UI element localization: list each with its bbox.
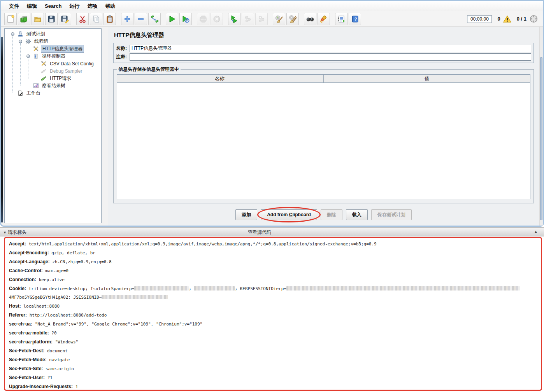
results-tree-icon: [33, 83, 39, 89]
redacted-blur: [194, 286, 235, 290]
header-name: sec-ch-ua:: [9, 321, 32, 327]
tree-item-loop-controller[interactable]: 循环控制器: [5, 52, 101, 60]
tree-connector: [12, 36, 13, 93]
header-value: ?0: [51, 331, 56, 336]
menu-item-run[interactable]: 运行: [65, 2, 83, 10]
cut-button[interactable]: [76, 13, 89, 25]
tree-item-debug-sampler[interactable]: Debug Sampler: [5, 67, 101, 75]
request-header-row: Sec-Fetch-Mode: navigate: [9, 355, 537, 364]
tree-item-http-request[interactable]: HTTP请求: [5, 75, 101, 82]
remote-stop-all-icon: [244, 15, 252, 23]
threads-state-icon: [529, 14, 538, 23]
tree-item-csv-data-set-config[interactable]: CSV Data Set Config: [5, 60, 101, 67]
column-header-value[interactable]: 值: [324, 75, 530, 82]
open-file-button[interactable]: [32, 13, 44, 25]
header-name: Connection:: [9, 277, 36, 282]
split-divider[interactable]: [102, 27, 108, 226]
header-value: same-origin: [46, 366, 74, 371]
header-value: keep-alive: [39, 277, 65, 282]
headers-group: 信息头存储在信息头管理器中 名称: 值: [113, 66, 534, 203]
start-no-pauses-button[interactable]: [179, 13, 192, 25]
search-button[interactable]: [304, 13, 316, 25]
header-name: Accept-Language:: [9, 259, 50, 264]
tree-item-view-results-tree[interactable]: 察看结果树: [5, 82, 101, 89]
warning-count: 0: [497, 16, 500, 22]
devtools-section-bar: ▼ 请求标头 查看源代码 ▲: [0, 227, 544, 236]
add-button[interactable]: 添加: [235, 209, 257, 220]
redacted-blur: [134, 286, 189, 290]
clear-all-button[interactable]: [286, 13, 299, 25]
debug-sampler-icon: [40, 68, 47, 74]
menu-item-file[interactable]: 文件: [5, 2, 23, 10]
save-as-button[interactable]: [59, 13, 71, 25]
view-source-link[interactable]: 查看源代码: [248, 229, 271, 236]
redacted-blur: [286, 286, 520, 290]
tree-item-test-plan[interactable]: 测试计划: [5, 30, 101, 38]
new-file-icon: [6, 15, 15, 23]
tree-expand-handle[interactable]: [19, 40, 22, 43]
tree-wrap: 测试计划线程组HTTP信息头管理器循环控制器CSV Data Set Confi…: [1, 27, 102, 226]
save-button[interactable]: [45, 13, 58, 25]
menu-item-edit[interactable]: 编辑: [23, 2, 41, 10]
tree-item-workbench[interactable]: 工作台: [5, 89, 101, 97]
clear-button[interactable]: [273, 13, 285, 25]
collapse-all-button[interactable]: [135, 13, 147, 25]
header-value: 1: [75, 384, 78, 389]
column-header-name[interactable]: 名称:: [117, 75, 324, 82]
new-file-button[interactable]: [4, 13, 17, 25]
start-button[interactable]: [166, 13, 178, 25]
toggle-button[interactable]: [148, 13, 161, 25]
remote-shutdown-all-button: [255, 13, 268, 25]
thread-cluster: 0 / 1: [517, 14, 538, 23]
remote-start-all-button[interactable]: [228, 13, 240, 25]
templates-button[interactable]: [18, 13, 30, 25]
comment-input[interactable]: [130, 53, 531, 61]
toolbar-separator: [72, 19, 75, 19]
header-value: navigate: [49, 357, 70, 362]
toolbar-separator: [193, 19, 196, 19]
save-test-plan-button: 保存测试计划: [371, 209, 412, 220]
tree-items: 测试计划线程组HTTP信息头管理器循环控制器CSV Data Set Confi…: [5, 30, 101, 97]
collapse-all-icon: [137, 15, 145, 23]
test-plan-icon: [17, 31, 23, 37]
request-headers-toggle[interactable]: ▼ 请求标头: [3, 229, 26, 236]
header-name: Cache-Control:: [9, 268, 43, 273]
name-input[interactable]: [130, 45, 531, 52]
help-book-button[interactable]: ?: [349, 13, 361, 25]
tree-expand-handle[interactable]: [26, 54, 30, 58]
request-header-row: Upgrade-Insecure-Requests: 1: [9, 382, 537, 391]
tree-item-http-header-manager[interactable]: HTTP信息头管理器: [5, 45, 101, 52]
copy-button[interactable]: [90, 13, 102, 25]
scroll-top-icon[interactable]: ▲: [534, 229, 538, 234]
log-warning-cluster[interactable]: 0: [497, 15, 511, 23]
vertical-scrollbar[interactable]: [539, 27, 543, 226]
start-no-pauses-icon: [181, 15, 190, 23]
header-value: zh-CN,zh;q=0.9,en;q=0.8: [52, 259, 111, 264]
header-name: Cookie:: [9, 286, 26, 291]
add-from-clipboard-button[interactable]: Add from Clipboard: [261, 209, 317, 220]
tree-item-label: 察看结果树: [41, 82, 67, 89]
load-button[interactable]: 载入: [346, 209, 368, 220]
menu-item-options[interactable]: 选项: [83, 2, 101, 10]
name-label: 名称:: [116, 45, 127, 52]
search-reset-button[interactable]: [318, 13, 330, 25]
paste-icon: [105, 15, 114, 23]
scrollbar-thumb[interactable]: [540, 57, 542, 220]
request-headers-panel: Accept: text/html,application/xhtml+xml,…: [0, 236, 544, 392]
paste-button[interactable]: [104, 13, 116, 25]
headers-table-header: 名称: 值: [117, 75, 530, 83]
tree-item-thread-group[interactable]: 线程组: [5, 38, 101, 45]
menu-item-help[interactable]: 帮助: [101, 2, 119, 10]
expand-all-button[interactable]: [121, 13, 133, 25]
header-manager-icon: [33, 46, 39, 52]
editor-buttons: 添加Add from Clipboard删除载入保存测试计划: [113, 209, 534, 220]
function-helper-icon: [337, 15, 346, 23]
menu-item-search[interactable]: Search: [41, 2, 65, 10]
tree-item-label: Debug Sampler: [49, 68, 83, 74]
request-header-row: Accept: text/html,application/xhtml+xml,…: [9, 240, 537, 248]
header-value: text/html,application/xhtml+xml,applicat…: [29, 242, 377, 247]
tree-expand-handle[interactable]: [11, 32, 14, 36]
function-helper-button[interactable]: [335, 13, 347, 25]
headers-table-body[interactable]: [117, 83, 530, 199]
thread-group-icon: [25, 38, 31, 45]
